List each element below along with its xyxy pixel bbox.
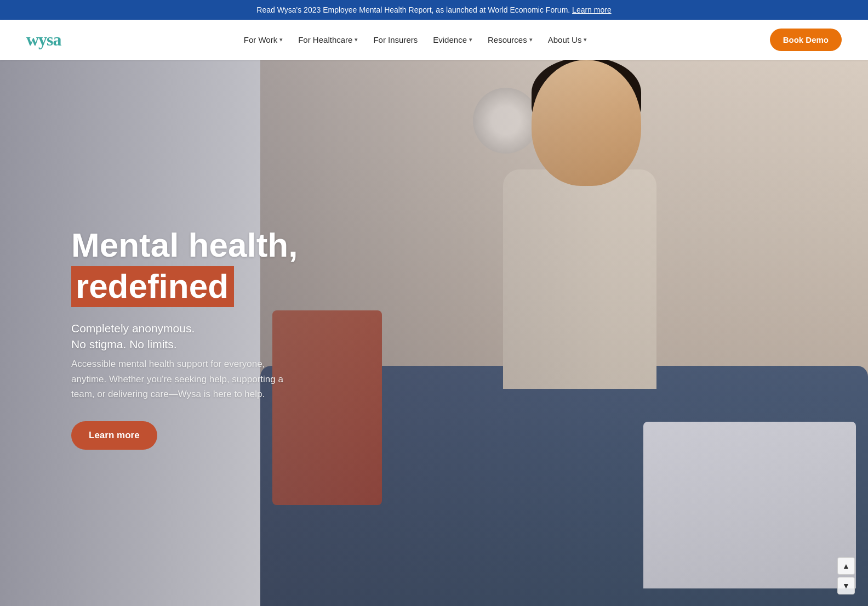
hero-title-line1: Mental health,: [71, 226, 301, 264]
logo[interactable]: wysa: [26, 30, 61, 50]
nav-item-for-healthcare[interactable]: For Healthcare ▾: [298, 35, 358, 44]
chevron-down-icon: ▾: [279, 36, 283, 43]
hero-tagline: Completely anonymous. No stigma. No limi…: [71, 320, 301, 353]
nav-item-resources[interactable]: Resources ▾: [488, 35, 533, 44]
nav-item-label: Resources: [488, 35, 527, 44]
nav-item-label: For Insurers: [373, 35, 418, 44]
hero-description: Accessible mental health support for eve…: [71, 356, 301, 401]
hero-content: Mental health, redefined Completely anon…: [0, 226, 301, 450]
nav-item-for-insurers[interactable]: For Insurers: [373, 35, 418, 44]
announcement-text: Read Wysa's 2023 Employee Mental Health …: [256, 5, 570, 14]
learn-more-button[interactable]: Learn more: [71, 421, 157, 450]
tagline-line1: Completely anonymous.: [71, 322, 195, 335]
navbar: wysa For Work ▾For Healthcare ▾For Insur…: [0, 20, 868, 60]
chevron-down-icon: ▾: [529, 36, 533, 43]
nav-item-label: About Us: [548, 35, 582, 44]
nav-item-label: For Work: [244, 35, 277, 44]
scroll-controls: ▲ ▼: [837, 557, 855, 594]
hero-title-line2-wrapper: redefined: [71, 266, 301, 307]
nav-item-label: Evidence: [433, 35, 467, 44]
book-demo-button[interactable]: Book Demo: [770, 29, 842, 51]
announcement-bar: Read Wysa's 2023 Employee Mental Health …: [0, 0, 868, 20]
announcement-link[interactable]: Learn more: [572, 5, 612, 14]
scroll-up-button[interactable]: ▲: [837, 557, 855, 575]
chevron-down-icon: ▾: [584, 36, 587, 43]
scroll-down-button[interactable]: ▼: [837, 577, 855, 594]
nav-item-for-work[interactable]: For Work ▾: [244, 35, 283, 44]
chevron-down-icon: ▾: [469, 36, 472, 43]
nav-item-label: For Healthcare: [298, 35, 352, 44]
chevron-down-icon: ▾: [355, 36, 358, 43]
nav-links: For Work ▾For Healthcare ▾For InsurersEv…: [244, 35, 587, 44]
hero-section: Mental health, redefined Completely anon…: [0, 60, 868, 606]
nav-item-evidence[interactable]: Evidence ▾: [433, 35, 472, 44]
nav-item-about-us[interactable]: About Us ▾: [548, 35, 587, 44]
hero-title-line2: redefined: [71, 266, 234, 307]
tagline-line2: No stigma. No limits.: [71, 338, 177, 350]
